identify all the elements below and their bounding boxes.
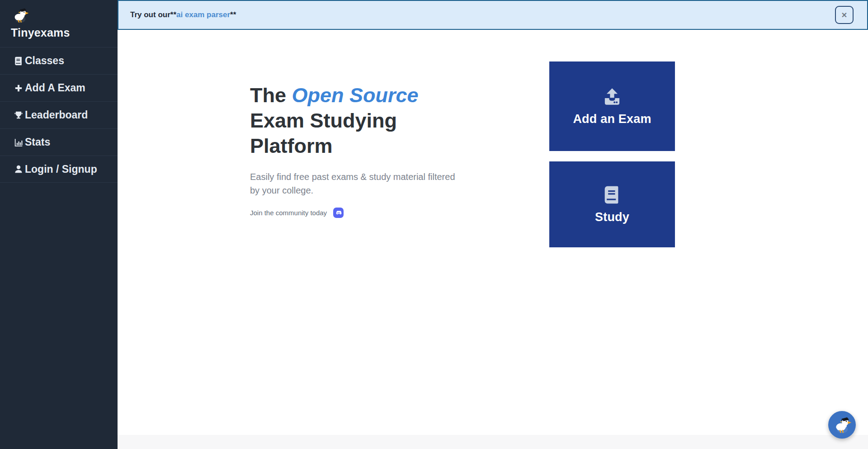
sidebar-item-label: Add A Exam	[25, 82, 85, 94]
close-icon: ✕	[841, 11, 847, 19]
sidebar-item-add-a-exam[interactable]: Add A Exam	[0, 74, 118, 101]
duck-icon	[832, 415, 853, 435]
user-icon	[14, 164, 24, 174]
hero-section: The Open Source Exam Studying Platform E…	[250, 83, 467, 218]
sidebar: Tinyexams Classes Add A Exam	[0, 0, 118, 449]
logo-area: Tinyexams	[0, 0, 118, 44]
sidebar-item-label: Leaderboard	[25, 109, 88, 121]
banner-text-suffix: **	[230, 10, 236, 19]
banner-text: Try out our**ai exam parser**	[130, 10, 236, 19]
discord-icon	[335, 209, 342, 217]
sidebar-nav: Classes Add A Exam Leaderboard	[0, 47, 118, 183]
add-an-exam-card[interactable]: Add an Exam	[549, 61, 675, 151]
announcement-banner: Try out our**ai exam parser** ✕	[118, 0, 868, 30]
title-highlight: Open Source	[292, 84, 419, 107]
trophy-icon	[14, 110, 24, 120]
sidebar-item-leaderboard[interactable]: Leaderboard	[0, 101, 118, 128]
book-icon	[14, 56, 24, 66]
sidebar-item-login-signup[interactable]: Login / Signup	[0, 156, 118, 183]
upload-icon	[602, 86, 623, 107]
community-text: Join the community today	[250, 209, 327, 217]
sidebar-item-stats[interactable]: Stats	[0, 128, 118, 156]
hero-subtitle: Easily find free past exams & study mate…	[250, 170, 459, 197]
ai-exam-parser-link[interactable]: ai exam parser	[176, 10, 230, 19]
sidebar-item-label: Stats	[25, 136, 50, 148]
banner-text-prefix: Try out our**	[130, 10, 176, 19]
title-prefix: The	[250, 84, 292, 107]
community-row: Join the community today	[250, 208, 467, 218]
sidebar-item-label: Classes	[25, 55, 64, 67]
action-cards: Add an Exam Study	[549, 61, 675, 247]
sidebar-item-label: Login / Signup	[25, 163, 97, 175]
duck-logo-icon	[11, 6, 30, 25]
card-label: Add an Exam	[573, 112, 651, 126]
tinyexams-app: Tinyexams Classes Add A Exam	[0, 0, 868, 449]
study-card[interactable]: Study	[549, 161, 675, 247]
title-suffix: Exam Studying Platform	[250, 109, 397, 157]
page-title: The Open Source Exam Studying Platform	[250, 83, 467, 159]
card-label: Study	[595, 210, 629, 224]
sidebar-item-classes[interactable]: Classes	[0, 47, 118, 74]
banner-close-button[interactable]: ✕	[835, 6, 854, 24]
duck-chat-fab[interactable]	[828, 411, 856, 439]
book-icon	[602, 184, 623, 205]
bar-chart-icon	[14, 137, 24, 147]
brand-title: Tinyexams	[11, 26, 118, 39]
discord-link[interactable]	[333, 208, 344, 218]
plus-icon	[14, 83, 24, 93]
footer-strip	[118, 435, 868, 449]
